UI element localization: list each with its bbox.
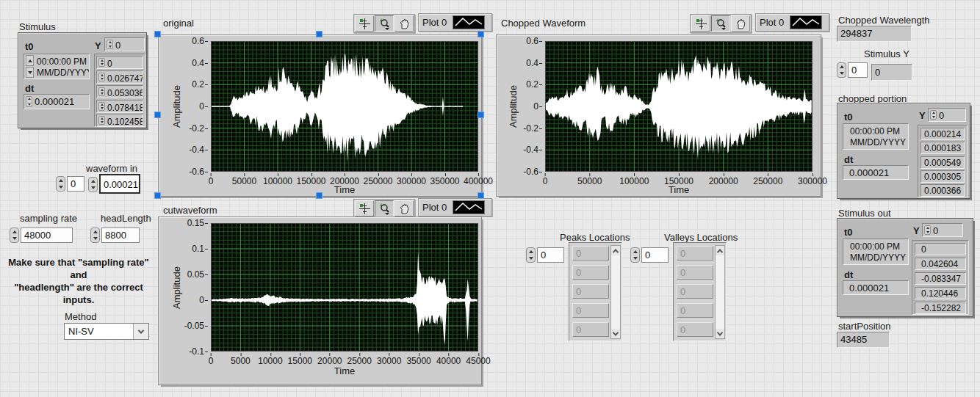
scroll-down-button[interactable] [611, 329, 620, 338]
y-index-spinner[interactable] [930, 110, 937, 120]
y-tick-label: 0 [533, 101, 538, 112]
stimulus-cluster-label: Stimulus [19, 21, 56, 32]
dt-label: dt [844, 154, 853, 165]
chevron-up-icon [613, 249, 619, 255]
y-index-spinner[interactable] [924, 225, 931, 235]
y-tick-label: 0.2 [526, 79, 538, 90]
peaks-index-spinner[interactable] [526, 247, 536, 263]
y-array-element: -0.083347 [915, 272, 966, 285]
y-array-index[interactable]: 0 [922, 223, 963, 237]
stimulus-y-index[interactable]: 0 [848, 62, 868, 78]
peaks-scrollbar[interactable] [610, 245, 621, 339]
valleys-element: 0 [677, 303, 713, 318]
waveform-in-index-spinner[interactable] [56, 176, 65, 192]
selection-handle[interactable] [316, 31, 323, 37]
cursor-tool-button[interactable] [355, 15, 374, 32]
chevron-down-icon [717, 329, 723, 335]
y-array-element[interactable]: 0 [96, 56, 143, 69]
y-array-index[interactable]: 0 [928, 108, 966, 122]
sampling-rate-label: sampling rate [20, 213, 77, 224]
element-spinner[interactable] [98, 102, 105, 111]
y-tick-label: 0.6 [526, 36, 538, 46]
y-tick-label: -0.05 [184, 321, 204, 331]
y-value-0: 0 [107, 59, 112, 69]
chopped-wavelength-value: 294837 [837, 26, 912, 42]
x-tick-label: 25000 [347, 356, 372, 366]
selection-handle[interactable] [154, 31, 161, 37]
headlength-spinner[interactable] [90, 227, 100, 243]
headlength-field[interactable]: 8800 [101, 227, 140, 243]
y-tick-label: -0.4 [523, 145, 538, 155]
instruction-note: Make sure that "sampling rate" and "head… [4, 256, 153, 306]
selection-handle[interactable] [154, 112, 161, 118]
y-array-element[interactable]: 0.078418 [96, 100, 143, 113]
peaks-element: 0 [572, 303, 609, 318]
plot-legend-cutwaveform[interactable]: Plot 0 [418, 198, 492, 216]
y-array-index[interactable]: 0 [104, 37, 145, 51]
y-index-value: 0 [933, 225, 938, 236]
sampling-rate-field[interactable]: 48000 [21, 227, 73, 243]
t0-decrement-button[interactable] [26, 67, 34, 78]
graph-tools-original [353, 14, 415, 33]
y-tick-label: -0.4 [189, 145, 204, 155]
waveform-in-index[interactable]: 0 [67, 176, 84, 192]
y-array-element[interactable]: 0.053036 [96, 85, 143, 98]
dt-label: dt [844, 269, 853, 280]
valleys-scrollbar[interactable] [715, 245, 725, 339]
y-axis-scale: 0.60.40.20-0.2-0.4-0.6 [159, 41, 207, 172]
pan-tool-button[interactable] [731, 15, 750, 32]
element-spinner[interactable] [98, 58, 105, 67]
t0-increment-button[interactable] [26, 55, 34, 66]
method-dropdown-button[interactable] [133, 324, 148, 339]
selection-handle[interactable] [478, 31, 484, 37]
waveform-in-value[interactable]: 0.000213 [99, 174, 140, 194]
plot-legend-chopped[interactable]: Plot 0 [755, 13, 829, 32]
peaks-index[interactable]: 0 [537, 247, 564, 263]
valleys-element: 0 [677, 265, 713, 280]
t0-date-value: MM/DD/YYYY [37, 68, 87, 79]
sampling-rate-spinner[interactable] [10, 227, 19, 243]
cursor-tool-button[interactable] [355, 200, 374, 216]
x-axis-label: Time [545, 184, 813, 195]
selection-handle[interactable] [154, 192, 161, 199]
y-array-element[interactable]: 0.026747 [96, 70, 143, 84]
cursor-tool-button[interactable] [691, 15, 710, 32]
y-index-value: 0 [115, 40, 120, 51]
zoom-tool-button[interactable] [711, 15, 730, 32]
pan-tool-button[interactable] [394, 200, 414, 216]
valleys-index-spinner[interactable] [630, 247, 640, 263]
plot-area[interactable] [545, 41, 813, 172]
plot-legend-original[interactable]: Plot 0 [418, 13, 492, 32]
stimulus-y-index-spinner[interactable] [837, 62, 846, 78]
zoom-tool-button[interactable] [375, 15, 394, 32]
t0-time-value: 00:00:00 PM [37, 57, 87, 68]
valleys-array-container: 0 0 0 0 0 [673, 242, 727, 341]
selection-handle[interactable] [316, 192, 323, 199]
element-spinner[interactable] [98, 73, 105, 81]
plot-area[interactable] [211, 223, 478, 352]
scroll-down-button[interactable] [716, 329, 724, 338]
selection-handle[interactable] [478, 112, 484, 118]
scroll-up-button[interactable] [611, 246, 620, 255]
peaks-array-container: 0 0 0 0 0 [569, 242, 622, 341]
dt-value: 0.000021 [35, 96, 74, 107]
dt-value: 0.000021 [843, 280, 909, 295]
y-array-element[interactable]: 0.102458 [96, 114, 143, 127]
graph-tools-cutwaveform [353, 199, 415, 218]
element-spinner[interactable] [98, 116, 105, 125]
waveform-in-value-spinner[interactable] [88, 177, 98, 192]
t0-timestamp-field[interactable]: 00:00:00 PM MM/DD/YYYY [24, 54, 90, 79]
scroll-up-button[interactable] [716, 246, 724, 255]
method-dropdown[interactable]: NI-SV [64, 323, 149, 340]
plot-area[interactable] [211, 41, 478, 172]
plot-legend-label: Plot 0 [760, 17, 784, 28]
zoom-tool-button[interactable] [375, 200, 394, 216]
pan-tool-button[interactable] [394, 15, 414, 32]
selection-handle[interactable] [478, 192, 484, 199]
stimulus-y-label: Stimulus Y [864, 48, 909, 59]
dt-field[interactable]: 0.000021 [24, 94, 90, 109]
element-spinner[interactable] [98, 87, 105, 96]
y-index-spinner[interactable] [107, 40, 113, 49]
valleys-index[interactable]: 0 [641, 247, 669, 263]
dt-spinner[interactable] [26, 96, 32, 107]
